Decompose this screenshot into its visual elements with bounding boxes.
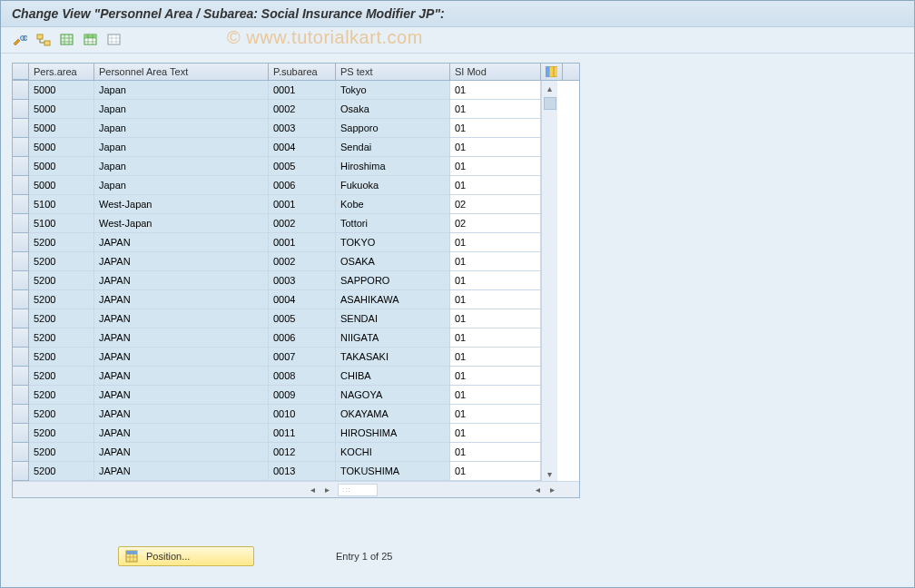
cell-pers-area-text: Japan <box>94 100 269 119</box>
cell-p-subarea: 0004 <box>269 290 336 309</box>
row-selector[interactable] <box>13 328 29 348</box>
cell-p-subarea: 0001 <box>269 81 336 100</box>
cell-ps-text: HIROSHIMA <box>336 424 450 443</box>
row-selector[interactable] <box>13 309 29 328</box>
cell-si-mod[interactable]: 01 <box>450 119 541 138</box>
cell-pers-area-text: JAPAN <box>94 271 269 290</box>
table-select-block-icon <box>84 34 98 46</box>
cell-si-mod[interactable]: 01 <box>450 252 541 271</box>
cell-si-mod[interactable]: 01 <box>450 157 541 176</box>
cell-si-mod[interactable]: 01 <box>450 367 541 386</box>
cell-si-mod[interactable]: 01 <box>450 424 541 443</box>
row-selector[interactable] <box>13 386 29 405</box>
cell-ps-text: Tokyo <box>336 81 450 100</box>
cell-pers-area: 5100 <box>29 214 94 233</box>
cell-si-mod[interactable]: 01 <box>450 176 541 195</box>
row-selector[interactable] <box>13 462 29 481</box>
toggle-display-change-button[interactable] <box>10 31 30 49</box>
scroll-thumb[interactable] <box>544 97 556 110</box>
row-selector[interactable] <box>13 138 29 157</box>
row-selector[interactable] <box>13 100 29 119</box>
cell-si-mod[interactable]: 01 <box>450 271 541 290</box>
col-header-pers-area-text[interactable]: Personnel Area Text <box>94 64 269 80</box>
row-selector[interactable] <box>13 214 29 233</box>
cell-si-mod[interactable]: 01 <box>450 309 541 328</box>
select-all-button[interactable] <box>57 31 77 49</box>
cell-pers-area: 5200 <box>29 328 94 348</box>
row-selector[interactable] <box>13 233 29 252</box>
cell-pers-area: 5000 <box>29 176 94 195</box>
page-title: Change View "Personnel Area / Subarea: S… <box>1 1 914 27</box>
scroll-left-icon[interactable]: ◂ <box>530 483 545 497</box>
cell-ps-text: CHIBA <box>336 367 450 386</box>
row-selector[interactable] <box>13 348 29 367</box>
cell-p-subarea: 0011 <box>269 424 336 443</box>
scroll-left-fixed-icon[interactable]: ◂ <box>305 483 320 497</box>
cell-ps-text: TOKUSHIMA <box>336 462 450 481</box>
row-selector[interactable] <box>13 271 29 290</box>
scroll-right-icon[interactable]: ▸ <box>545 483 559 497</box>
cell-pers-area-text: Japan <box>94 138 269 157</box>
row-selector[interactable] <box>13 424 29 443</box>
row-selector-header[interactable] <box>13 64 29 80</box>
hscroll-track[interactable]: ::: <box>338 484 378 496</box>
col-header-p-subarea[interactable]: P.subarea <box>269 64 336 80</box>
row-selector[interactable] <box>13 119 29 138</box>
col-header-ps-text[interactable]: PS text <box>336 64 450 80</box>
cell-si-mod[interactable]: 02 <box>450 195 541 214</box>
row-selector[interactable] <box>13 81 29 100</box>
cell-ps-text: Sendai <box>336 138 450 157</box>
scroll-right-fixed-icon[interactable]: ▸ <box>320 483 334 497</box>
cell-pers-area-text: Japan <box>94 119 269 138</box>
cell-pers-area-text: JAPAN <box>94 290 269 309</box>
col-header-pers-area[interactable]: Pers.area <box>29 64 94 80</box>
row-selector[interactable] <box>13 290 29 309</box>
row-selector[interactable] <box>13 443 29 462</box>
cell-pers-area: 5000 <box>29 157 94 176</box>
column-config-icon <box>546 66 557 77</box>
cell-si-mod[interactable]: 01 <box>450 290 541 309</box>
row-selector[interactable] <box>13 176 29 195</box>
table-select-all-icon <box>60 34 74 46</box>
cell-ps-text: KOCHI <box>336 443 450 462</box>
cell-si-mod[interactable]: 01 <box>450 348 541 367</box>
cell-si-mod[interactable]: 02 <box>450 214 541 233</box>
vertical-scrollbar[interactable]: ▴ ▾ <box>541 81 557 481</box>
col-header-si-mod[interactable]: SI Mod <box>450 64 541 80</box>
select-block-button[interactable] <box>81 31 101 49</box>
row-selector[interactable] <box>13 157 29 176</box>
cell-si-mod[interactable]: 01 <box>450 100 541 119</box>
cell-si-mod[interactable]: 01 <box>450 462 541 481</box>
cell-si-mod[interactable]: 01 <box>450 138 541 157</box>
svg-rect-9 <box>546 66 549 77</box>
row-selector[interactable] <box>13 195 29 214</box>
cell-pers-area: 5000 <box>29 119 94 138</box>
cell-pers-area-text: JAPAN <box>94 367 269 386</box>
cell-ps-text: SENDAI <box>336 309 450 328</box>
table-row: 5200JAPAN0001TOKYO01 <box>13 233 541 252</box>
cell-si-mod[interactable]: 01 <box>450 443 541 462</box>
cell-pers-area-text: JAPAN <box>94 328 269 348</box>
cell-si-mod[interactable]: 01 <box>450 233 541 252</box>
cell-p-subarea: 0005 <box>269 157 336 176</box>
cell-si-mod[interactable]: 01 <box>450 386 541 405</box>
expand-collapse-button[interactable] <box>34 31 54 49</box>
position-button[interactable]: Position... <box>118 546 254 566</box>
cell-si-mod[interactable]: 01 <box>450 81 541 100</box>
cell-si-mod[interactable]: 01 <box>450 328 541 348</box>
table-row: 5200JAPAN0008CHIBA01 <box>13 367 541 386</box>
deselect-all-button[interactable] <box>104 31 124 49</box>
cell-p-subarea: 0003 <box>269 119 336 138</box>
cell-pers-area: 5200 <box>29 367 94 386</box>
cell-p-subarea: 0002 <box>269 100 336 119</box>
hierarchy-icon <box>36 34 51 46</box>
row-selector[interactable] <box>13 405 29 424</box>
row-selector[interactable] <box>13 367 29 386</box>
cell-si-mod[interactable]: 01 <box>450 405 541 424</box>
row-selector[interactable] <box>13 252 29 271</box>
cell-p-subarea: 0013 <box>269 462 336 481</box>
scroll-up-icon[interactable]: ▴ <box>543 81 557 95</box>
table-row: 5200JAPAN0006NIIGATA01 <box>13 328 541 348</box>
column-config-button[interactable] <box>541 64 563 80</box>
scroll-down-icon[interactable]: ▾ <box>543 466 557 481</box>
